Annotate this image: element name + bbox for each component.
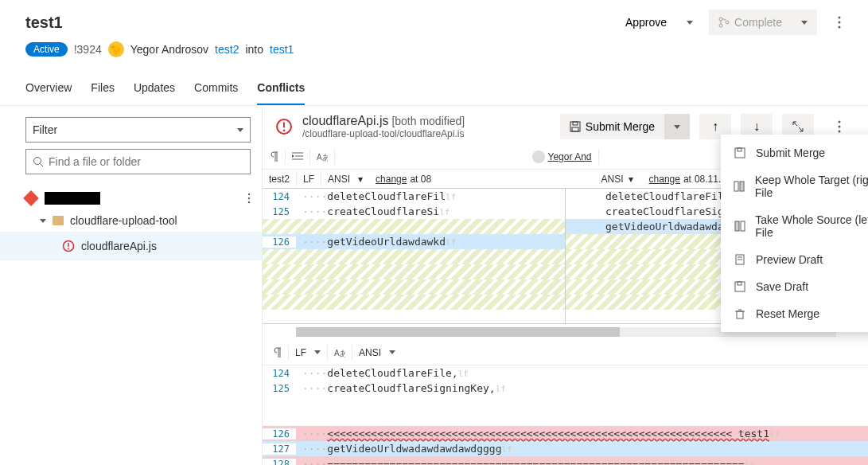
complete-button[interactable]: Complete xyxy=(709,10,792,35)
conflict-icon xyxy=(62,240,75,252)
dd-preview-draft[interactable]: Preview Draft xyxy=(721,246,868,273)
code-line[interactable] xyxy=(263,295,565,310)
pilcrow-icon xyxy=(269,151,278,162)
tabs: Overview Files Updates Commits Conflicts xyxy=(0,73,868,106)
pr-meta: Active !3924 🐤 Yegor Androsov test2 into… xyxy=(25,41,855,57)
dd-reset-merge[interactable]: Reset Merge xyxy=(721,300,868,327)
submit-merge-dropdown[interactable] xyxy=(664,114,690,139)
dd-submit-merge[interactable]: Submit Merge xyxy=(721,139,868,166)
kebab-icon xyxy=(838,120,841,133)
svg-rect-26 xyxy=(740,182,744,191)
code-line[interactable] xyxy=(263,249,565,264)
tree-file[interactable]: cloudflareApi.js xyxy=(0,232,262,260)
search-input[interactable] xyxy=(49,155,243,168)
code-line[interactable] xyxy=(263,219,565,234)
tab-updates[interactable]: Updates xyxy=(134,73,175,105)
more-actions-button[interactable] xyxy=(823,10,855,35)
svg-point-13 xyxy=(68,248,69,250)
svg-rect-27 xyxy=(735,221,739,231)
svg-point-1 xyxy=(719,24,722,27)
dd-keep-target[interactable]: Keep Whole Target (right) File xyxy=(721,166,868,206)
main: cloudflareApi.js [both modified] /cloudf… xyxy=(263,106,868,465)
repo-row[interactable] xyxy=(25,187,251,209)
dd-label: Keep Whole Target (right) File xyxy=(755,174,868,199)
repo-icon xyxy=(23,190,39,206)
repo-name xyxy=(45,192,100,205)
eb-font[interactable]: Aあ xyxy=(310,144,334,169)
at-text: at 08 xyxy=(410,174,431,185)
code-line[interactable]: 125····createCloudflareSilf xyxy=(263,204,565,219)
svg-point-5 xyxy=(839,26,841,29)
dd-save-draft[interactable]: Save Draft xyxy=(721,273,868,300)
avatar-icon xyxy=(532,150,545,163)
line-text: ····getVideoUrldawdawkdlf xyxy=(296,236,565,248)
save-icon xyxy=(570,121,581,132)
svg-point-21 xyxy=(839,126,841,128)
into-word: into xyxy=(245,43,263,56)
filter-select[interactable]: Filter xyxy=(25,117,251,143)
svg-text:Aあ: Aあ xyxy=(334,349,345,358)
code-line[interactable]: 124····deleteCloudflareFillf xyxy=(263,189,565,204)
encoding-select[interactable]: ANSI ▾ xyxy=(321,170,369,188)
svg-point-22 xyxy=(839,131,841,133)
code-line[interactable]: 126····getVideoUrldawdawkdlf xyxy=(263,234,565,249)
eb-paragraph[interactable] xyxy=(263,144,285,169)
right-encoding[interactable]: ANSI ▾ xyxy=(595,170,643,188)
folder-icon xyxy=(53,216,64,225)
tab-files[interactable]: Files xyxy=(91,73,115,105)
dd-take-source[interactable]: Take Whole Source (left) File xyxy=(721,206,868,246)
approve-dropdown[interactable] xyxy=(677,10,703,35)
svg-text:Aあ: Aあ xyxy=(317,153,328,162)
tree-folder[interactable]: cloudflare-upload-tool xyxy=(25,209,251,232)
complete-dropdown[interactable] xyxy=(792,10,817,35)
code-line[interactable]: 127····getVideoUrldwadawdawdawdgggglf xyxy=(263,441,868,456)
change-link[interactable]: change xyxy=(376,174,407,185)
page-title: test1 xyxy=(25,14,63,32)
kebab-icon[interactable] xyxy=(247,193,251,204)
author-name[interactable]: Yegor And xyxy=(548,151,592,162)
code-line[interactable] xyxy=(263,279,565,295)
svg-point-0 xyxy=(719,18,722,21)
mb-lf[interactable]: LF xyxy=(289,347,327,358)
line-text: ····getVideoUrldwadawdawdawdgggglf xyxy=(296,443,868,455)
target-branch-link[interactable]: test1 xyxy=(270,43,294,56)
code-line[interactable]: 126····<<<<<<<<<<<<<<<<<<<<<<<<<<<<<<<<<… xyxy=(263,426,868,441)
approve-button[interactable]: Approve xyxy=(615,10,677,35)
svg-rect-19 xyxy=(572,127,578,131)
mb-encoding[interactable]: ANSI xyxy=(352,347,402,358)
code-line[interactable] xyxy=(263,396,868,411)
submit-merge-group: Submit Merge xyxy=(560,114,690,139)
tab-conflicts[interactable]: Conflicts xyxy=(257,73,305,105)
dd-label: Take Whole Source (left) File xyxy=(755,213,868,239)
tab-commits[interactable]: Commits xyxy=(194,73,238,105)
search-box[interactable] xyxy=(25,149,251,174)
code-line[interactable] xyxy=(263,411,868,426)
scrollbar-thumb[interactable] xyxy=(296,327,620,337)
svg-rect-23 xyxy=(735,148,745,158)
code-line[interactable]: 124····deleteCloudflareFile,lf xyxy=(263,365,868,381)
line-text: ····<<<<<<<<<<<<<<<<<<<<<<<<<<<<<<<<<<<<… xyxy=(296,428,868,440)
lf-select[interactable]: LF xyxy=(297,170,321,188)
chevron-down-icon xyxy=(237,128,243,132)
mb-paragraph[interactable] xyxy=(266,347,288,358)
chevron-down-icon xyxy=(40,219,46,223)
expand-icon xyxy=(792,121,804,132)
code-line[interactable]: 125····createCloudflareSigningKey,lf xyxy=(263,381,868,396)
source-branch-link[interactable]: test2 xyxy=(215,43,239,56)
code-line[interactable]: 128····=================================… xyxy=(263,456,868,465)
svg-point-3 xyxy=(839,17,841,19)
left-author: Yegor And xyxy=(335,144,598,169)
font-icon: Aあ xyxy=(317,152,328,162)
left-pane[interactable]: 124····deleteCloudflareFillf125····creat… xyxy=(263,189,565,323)
merge-editor[interactable]: 124····deleteCloudflareFile,lf125····cre… xyxy=(263,365,868,465)
svg-line-7 xyxy=(41,164,44,167)
complete-label: Complete xyxy=(734,16,782,29)
tab-overview[interactable]: Overview xyxy=(25,73,72,105)
change-link[interactable]: change xyxy=(649,174,680,185)
line-text: ····createCloudflareSilf xyxy=(296,205,565,217)
eb-indent[interactable] xyxy=(286,144,309,169)
mb-font[interactable]: Aあ xyxy=(328,348,352,358)
code-line[interactable] xyxy=(263,264,565,279)
line-text: ····====================================… xyxy=(296,458,868,465)
submit-merge-button[interactable]: Submit Merge xyxy=(560,114,664,139)
